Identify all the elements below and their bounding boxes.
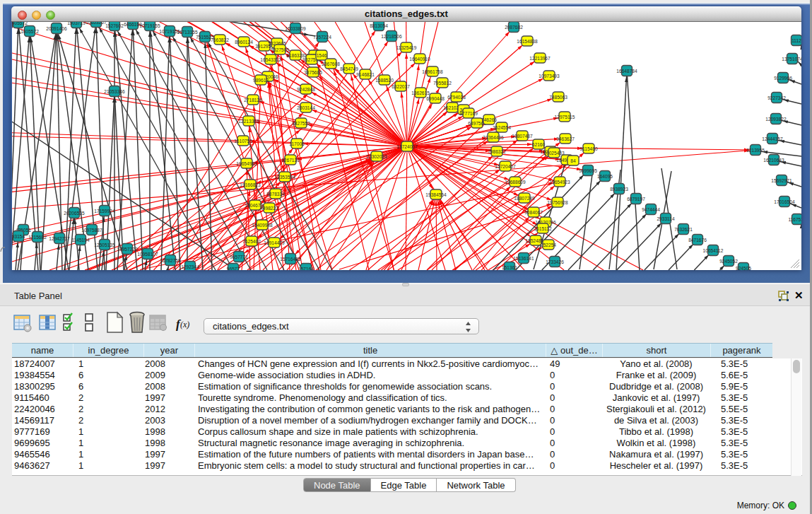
svg-text:6794028: 6794028 <box>447 95 466 100</box>
svg-text:62160: 62160 <box>532 142 546 147</box>
svg-text:16914479: 16914479 <box>264 240 285 245</box>
svg-text:8213955: 8213955 <box>746 148 765 153</box>
svg-text:1527602: 1527602 <box>105 23 124 28</box>
svg-text:9245052: 9245052 <box>719 259 738 264</box>
svg-text:1167534: 1167534 <box>788 217 801 222</box>
svg-text:15716485: 15716485 <box>280 257 301 262</box>
svg-text:8471676: 8471676 <box>688 238 707 243</box>
svg-text:1145194: 1145194 <box>71 238 90 243</box>
svg-text:2803144: 2803144 <box>297 105 315 110</box>
svg-text:12444157: 12444157 <box>762 136 783 141</box>
svg-text:1610755: 1610755 <box>234 139 252 144</box>
svg-text:4498222: 4498222 <box>260 206 278 211</box>
svg-text:19756928: 19756928 <box>547 200 568 205</box>
svg-text:252254: 252254 <box>541 243 556 247</box>
svg-text:12213369: 12213369 <box>238 119 259 124</box>
svg-text:3875685: 3875685 <box>304 70 322 75</box>
svg-text:7357224: 7357224 <box>313 35 331 40</box>
svg-text:19166823: 19166823 <box>240 182 261 187</box>
svg-text:1546: 1546 <box>317 53 327 58</box>
svg-text:8813054: 8813054 <box>370 23 388 28</box>
svg-text:8454749: 8454749 <box>340 66 358 71</box>
svg-text:8938923: 8938923 <box>610 187 628 192</box>
svg-text:16543312: 16543312 <box>260 57 281 62</box>
svg-text:1215682: 1215682 <box>28 235 47 240</box>
svg-text:21364436: 21364436 <box>483 135 504 140</box>
svg-text:11325419: 11325419 <box>396 45 417 50</box>
svg-text:9115460: 9115460 <box>579 146 598 151</box>
svg-text:9474444: 9474444 <box>642 207 660 212</box>
svg-text:17016504: 17016504 <box>774 199 795 204</box>
svg-text:6322037: 6322037 <box>392 84 410 89</box>
svg-text:10653267: 10653267 <box>86 22 107 25</box>
svg-text:10654112: 10654112 <box>703 248 724 253</box>
svg-text:6990448: 6990448 <box>426 96 445 101</box>
svg-text:10688609: 10688609 <box>505 180 526 185</box>
svg-text:10958107: 10958107 <box>137 252 158 257</box>
svg-text:2087682: 2087682 <box>505 25 523 30</box>
svg-text:10719155: 10719155 <box>139 23 160 28</box>
svg-text:19654923: 19654923 <box>549 180 570 185</box>
svg-text:12353594: 12353594 <box>274 175 295 180</box>
svg-text:18807249: 18807249 <box>514 196 535 201</box>
svg-text:6879197: 6879197 <box>627 197 645 201</box>
svg-text:10025433: 10025433 <box>543 151 565 156</box>
svg-text:1405572: 1405572 <box>12 22 28 25</box>
svg-text:9129966: 9129966 <box>774 76 792 81</box>
svg-text:96577: 96577 <box>227 267 240 271</box>
svg-text:16648784: 16648784 <box>616 69 637 74</box>
svg-text:9242848: 9242848 <box>297 87 315 92</box>
svg-text:16713155: 16713155 <box>177 30 198 35</box>
svg-text:84: 84 <box>570 158 576 163</box>
svg-text:9146821: 9146821 <box>356 72 375 77</box>
svg-text:8267130: 8267130 <box>281 158 300 163</box>
svg-text:9463627: 9463627 <box>556 136 575 141</box>
svg-text:164095: 164095 <box>597 174 613 179</box>
svg-text:21053346: 21053346 <box>104 89 125 94</box>
svg-text:20206535: 20206535 <box>64 211 85 216</box>
svg-text:8878334: 8878334 <box>266 192 285 197</box>
svg-text:1405572: 1405572 <box>20 29 39 34</box>
svg-text:2367608: 2367608 <box>322 62 340 66</box>
svg-text:1588520: 1588520 <box>375 78 394 83</box>
svg-text:15720407: 15720407 <box>495 164 516 169</box>
svg-text:157164: 157164 <box>298 267 314 271</box>
svg-text:12213967: 12213967 <box>529 56 551 61</box>
svg-text:7955812: 7955812 <box>433 81 452 86</box>
svg-text:15692971: 15692971 <box>771 178 792 183</box>
svg-text:15409948: 15409948 <box>252 223 273 228</box>
svg-text:17957223: 17957223 <box>117 247 138 252</box>
svg-text:10807487: 10807487 <box>512 134 533 139</box>
svg-text:16961758: 16961758 <box>422 69 443 74</box>
svg-text:8960124: 8960124 <box>235 40 253 45</box>
svg-text:10975887: 10975887 <box>81 228 102 233</box>
svg-text:12093822: 12093822 <box>765 117 787 122</box>
svg-text:7986322: 7986322 <box>488 149 506 154</box>
svg-text:13751074: 13751074 <box>782 57 801 62</box>
svg-text:1292344: 1292344 <box>181 264 199 269</box>
svg-text:(x): (x) <box>180 320 189 329</box>
svg-text:9699695: 9699695 <box>579 168 597 173</box>
svg-text:17159924: 17159924 <box>94 209 115 214</box>
svg-text:924505: 924505 <box>736 266 751 271</box>
svg-text:9777169: 9777169 <box>459 111 478 116</box>
svg-text:8427552: 8427552 <box>292 121 310 126</box>
svg-text:117006: 117006 <box>289 141 305 146</box>
svg-text:1362615: 1362615 <box>411 90 430 95</box>
svg-text:9327505: 9327505 <box>271 47 289 52</box>
svg-text:3624554: 3624554 <box>493 125 511 130</box>
svg-text:93154: 93154 <box>12 234 25 239</box>
svg-text:9227342: 9227342 <box>767 95 786 100</box>
svg-text:7632621: 7632621 <box>674 227 693 232</box>
svg-text:15136141: 15136141 <box>513 256 534 261</box>
svg-text:9084067: 9084067 <box>524 210 543 215</box>
svg-text:12942737: 12942737 <box>49 236 70 241</box>
svg-text:7625402: 7625402 <box>242 239 261 244</box>
svg-text:1615112: 1615112 <box>534 226 552 231</box>
svg-text:10973493: 10973493 <box>539 74 560 78</box>
svg-text:2933114: 2933114 <box>657 216 675 221</box>
svg-text:18724007: 18724007 <box>396 144 418 149</box>
svg-text:1733426: 1733426 <box>546 259 564 264</box>
svg-text:746266: 746266 <box>481 117 497 122</box>
svg-text:20091406: 20091406 <box>46 26 67 31</box>
